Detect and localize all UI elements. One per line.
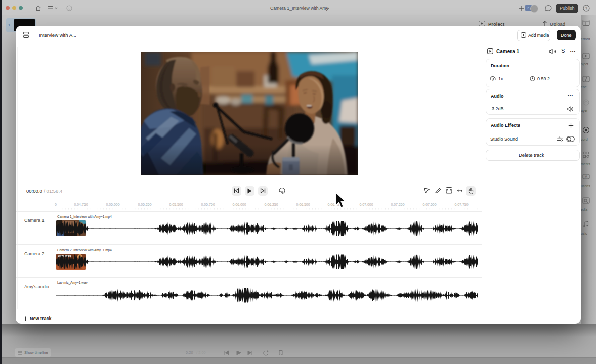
svg-text:A: A [585, 175, 587, 178]
svg-text:?: ? [585, 6, 588, 11]
svg-text:o: o [492, 80, 493, 81]
